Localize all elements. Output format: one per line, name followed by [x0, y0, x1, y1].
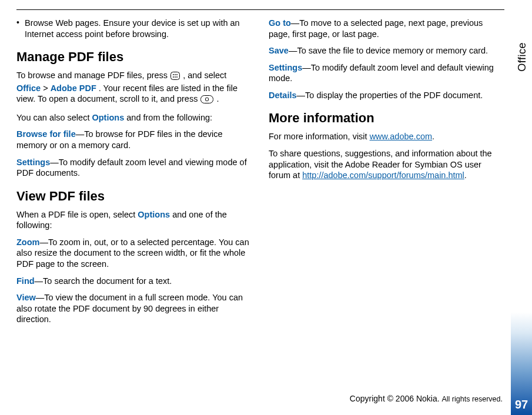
para-manage: To browse and manage PDF files, press , …	[16, 70, 252, 106]
def-browse: Browse for file—To browse for PDF files …	[16, 129, 252, 150]
select-key-icon	[200, 95, 213, 106]
menu-key-icon	[170, 72, 180, 83]
ui-keyword-save: Save	[269, 46, 289, 55]
svg-point-4	[173, 76, 174, 78]
bullet-dot: •	[16, 18, 25, 39]
ui-keyword-settings: Settings	[269, 63, 302, 72]
bullet-item: • Browse Web pages. Ensure your device i…	[16, 18, 252, 39]
para-more-2: To share questions, suggestions, and inf…	[269, 148, 504, 181]
def-save: Save—To save the file to device memory o…	[269, 45, 504, 56]
para-view-intro: When a PDF file is open, select Options …	[16, 209, 252, 231]
ui-keyword-settings: Settings	[16, 158, 50, 167]
ui-keyword-options: Options	[92, 113, 124, 122]
text: —To move to a selected page, next page, …	[269, 18, 483, 39]
svg-point-6	[176, 76, 178, 78]
text: .	[432, 132, 434, 141]
column-left: • Browse Web pages. Ensure your device i…	[16, 16, 252, 331]
svg-rect-7	[201, 96, 213, 103]
def-zoom: Zoom—To zoom in, out, or to a selected p…	[16, 237, 252, 270]
ui-keyword-office: Office	[16, 83, 41, 93]
def-settings-manage: Settings—To modify default zoom level an…	[16, 157, 252, 179]
content-columns: • Browse Web pages. Ensure your device i…	[16, 16, 504, 331]
def-settings-view: Settings—To modify default zoom level an…	[269, 62, 504, 84]
text: —To modify default zoom level and viewin…	[16, 158, 247, 178]
def-view: View—To view the document in a full scre…	[16, 292, 252, 325]
top-rule	[16, 9, 504, 10]
def-find: Find—To search the document for a text.	[16, 276, 252, 287]
text: —To search the document for a text.	[35, 276, 172, 286]
para-options-intro: You can also select Options and from the…	[16, 112, 252, 123]
def-goto: Go to—To move to a selected page, next p…	[269, 18, 504, 39]
copyright-strong: Copyright © 2006 Nokia.	[350, 394, 442, 403]
text: and from the following:	[126, 113, 212, 122]
text: You can also select	[16, 113, 92, 122]
text: .	[217, 94, 219, 103]
ui-keyword-options: Options	[138, 210, 170, 219]
ui-keyword-adobe-pdf: Adobe PDF	[51, 83, 96, 93]
svg-point-3	[176, 74, 178, 75]
copyright-rest: All rights reserved.	[441, 395, 503, 403]
svg-point-5	[175, 76, 176, 78]
ui-keyword-details: Details	[269, 91, 297, 100]
ui-keyword-browse-for-file: Browse for file	[16, 129, 76, 139]
link-adobe-forum[interactable]: http://adobe.com/support/forums/main.htm…	[302, 170, 464, 180]
ui-keyword-go-to: Go to	[269, 18, 291, 28]
text: —To view the document in a full screen m…	[16, 293, 243, 324]
text: For more information, visit	[269, 132, 370, 141]
text: —To save the file to device memory or me…	[289, 46, 488, 55]
heading-manage: Manage PDF files	[16, 49, 252, 65]
manual-page: Office 97 • Browse Web pages. Ensure you…	[0, 0, 532, 415]
section-label: Office	[516, 42, 528, 72]
text: —To zoom in, out, or to a selected perce…	[16, 237, 249, 269]
svg-point-1	[173, 74, 174, 75]
svg-rect-0	[171, 72, 180, 80]
text: When a PDF file is open, select	[16, 210, 138, 219]
text: —To modify default zoom level and defaul…	[269, 63, 494, 83]
page-number: 97	[511, 398, 532, 411]
heading-view: View PDF files	[16, 188, 252, 205]
ui-keyword-find: Find	[16, 276, 35, 286]
def-details: Details—To display the properties of the…	[269, 90, 504, 101]
text: >	[43, 83, 51, 93]
text: .	[464, 170, 467, 180]
text: —To display the properties of the PDF do…	[297, 91, 483, 100]
ui-keyword-view: View	[16, 293, 36, 302]
footer-copyright: Copyright © 2006 Nokia. All rights reser…	[350, 394, 503, 403]
svg-point-2	[175, 74, 176, 75]
heading-more-information: More information	[269, 110, 504, 126]
side-tab: Office 97	[511, 0, 532, 415]
link-adobe[interactable]: www.adobe.com	[370, 132, 432, 141]
para-more-1: For more information, visit www.adobe.co…	[269, 131, 504, 142]
text: To browse and manage PDF files, press	[16, 71, 170, 80]
svg-rect-8	[206, 98, 209, 101]
text: , and select	[183, 71, 226, 80]
ui-keyword-zoom: Zoom	[16, 237, 39, 247]
bullet-text: Browse Web pages. Ensure your device is …	[25, 18, 252, 39]
column-right: Go to—To move to a selected page, next p…	[269, 16, 504, 331]
